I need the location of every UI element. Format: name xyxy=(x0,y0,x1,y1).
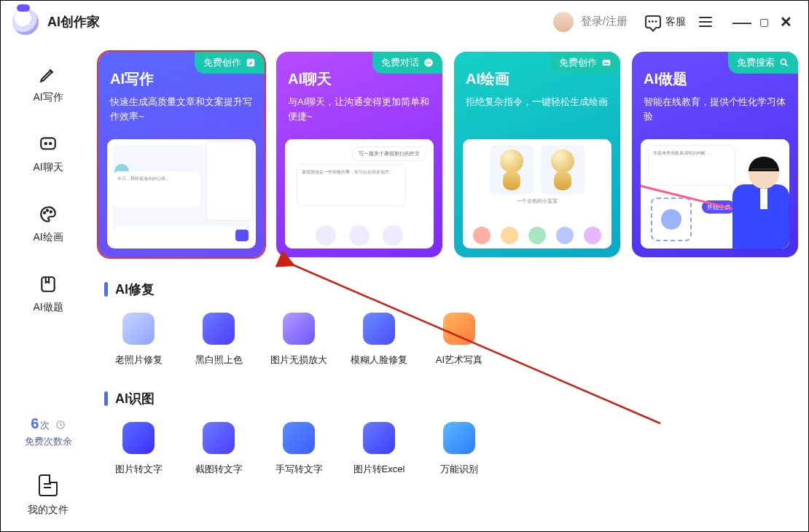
chat-icon xyxy=(423,58,434,68)
svg-point-5 xyxy=(50,211,52,213)
remaining-count: 6次 xyxy=(31,415,66,432)
repair-tools-row: 老照片修复 黑白照上色 图片无损放大 模糊人脸修复 AI艺术写真 xyxy=(113,313,800,367)
avatar-icon[interactable] xyxy=(553,12,574,32)
service-label: 客服 xyxy=(665,15,686,28)
bookmark-icon xyxy=(37,273,59,295)
svg-point-4 xyxy=(47,210,48,211)
card-desc: 快速生成高质量文章和文案提升写作效率~ xyxy=(110,95,253,124)
nav-label: AI写作 xyxy=(33,91,63,104)
sidebar-item-writing[interactable]: AI写作 xyxy=(33,63,63,104)
title-bar: AI创作家 登录/注册 ••• 客服 — ▢ ✕ xyxy=(1,1,808,43)
teacher-illustration xyxy=(722,158,789,249)
badge-label: 免费创作 xyxy=(203,56,241,69)
tool-label: 图片转Excel xyxy=(353,463,405,476)
login-link[interactable]: 登录/注册 xyxy=(581,15,628,28)
card-preview: 一个金色的小宝宝 xyxy=(463,139,611,249)
tool-screenshot-to-text[interactable]: 截图转文字 xyxy=(193,422,244,476)
card-badge: 免费对话 xyxy=(372,52,442,74)
sidebar-item-homework[interactable]: AI做题 xyxy=(33,273,63,314)
nav-label: AI做题 xyxy=(33,301,63,314)
tool-icon xyxy=(203,422,235,454)
customer-service-button[interactable]: ••• 客服 xyxy=(645,15,686,28)
tool-universal-ocr[interactable]: 万能识别 xyxy=(434,422,485,476)
section-header-repair: AI修复 xyxy=(104,281,800,298)
main-content: 免费创作 AI写作 快速生成高质量文章和文案提升写作效率~ 今日，我怀着激动的心… xyxy=(95,43,808,532)
tool-handwriting-to-text[interactable]: 手写转文字 xyxy=(273,422,324,476)
card-ai-draw[interactable]: 免费创作 AI绘画 拒绝复杂指令，一键轻松生成绘画 一个金色的小宝宝 xyxy=(454,52,620,257)
card-ai-chat[interactable]: 免费对话 AI聊天 与AI聊天，让沟通变得更加简单和便捷~ 写一篇关于暑假旅行的… xyxy=(276,52,442,257)
count-unit: 次 xyxy=(40,420,50,431)
sidebar-item-chat[interactable]: AI聊天 xyxy=(33,133,63,174)
svg-point-1 xyxy=(45,143,47,144)
svg-rect-0 xyxy=(41,138,55,149)
badge-label: 免费搜索 xyxy=(737,56,775,69)
svg-point-11 xyxy=(428,62,429,63)
search-icon xyxy=(779,58,789,68)
pen-icon xyxy=(37,63,59,85)
card-preview: 今日，我怀着激动的心情... xyxy=(107,139,256,249)
svg-point-14 xyxy=(781,59,786,64)
card-badge: 免费创作 xyxy=(195,52,265,74)
tool-colorize[interactable]: 黑白照上色 xyxy=(193,313,244,367)
tool-label: 黑白照上色 xyxy=(195,353,243,367)
file-icon xyxy=(39,474,58,496)
card-preview: 写一篇关于暑假旅行的作文 暑假旅游是一件很棒的事，你可以去很多地方... xyxy=(285,139,434,249)
tool-icon xyxy=(283,313,315,345)
section-header-ocr: AI识图 xyxy=(104,390,800,407)
feature-cards-row: 免费创作 AI写作 快速生成高质量文章和文案提升写作效率~ 今日，我怀着激动的心… xyxy=(98,52,800,257)
window-maximize-button[interactable]: ▢ xyxy=(753,16,775,28)
tool-icon xyxy=(363,313,395,345)
tool-label: 老照片修复 xyxy=(115,353,163,367)
chat-bubble-icon: ••• xyxy=(645,15,661,28)
svg-point-10 xyxy=(426,62,428,63)
nav-label: AI绘画 xyxy=(33,231,63,244)
message-icon xyxy=(37,133,59,155)
svg-point-2 xyxy=(50,143,51,144)
svg-point-3 xyxy=(44,212,45,214)
card-badge: 免费搜索 xyxy=(728,52,798,74)
svg-point-12 xyxy=(429,62,431,63)
window-close-button[interactable]: ✕ xyxy=(775,13,797,31)
tool-label: 手写转文字 xyxy=(275,463,323,476)
hamburger-menu-icon[interactable] xyxy=(699,17,712,27)
edit-icon xyxy=(246,58,256,68)
card-ai-homework[interactable]: 免费搜索 AI做题 智能在线教育，提供个性化学习体验 本题考查函数单调性的判断.… xyxy=(632,52,798,257)
badge-label: 免费创作 xyxy=(559,56,597,69)
sidebar-item-files[interactable]: 我的文件 xyxy=(28,474,69,517)
tool-image-to-text[interactable]: 图片转文字 xyxy=(113,422,164,476)
tool-image-to-excel[interactable]: 图片转Excel xyxy=(353,422,404,476)
app-title: AI创作家 xyxy=(47,13,100,31)
palette-icon xyxy=(37,203,59,225)
image-icon xyxy=(601,58,611,68)
tool-label: 图片无损放大 xyxy=(270,353,327,367)
tool-icon xyxy=(203,313,235,345)
ocr-tools-row: 图片转文字 截图转文字 手写转文字 图片转Excel 万能识别 xyxy=(113,422,800,476)
tool-icon xyxy=(443,313,475,345)
tool-art-portrait[interactable]: AI艺术写真 xyxy=(434,313,485,367)
tool-label: 图片转文字 xyxy=(115,463,163,476)
card-desc: 拒绝复杂指令，一键轻松生成绘画 xyxy=(466,95,609,109)
tool-upscale[interactable]: 图片无损放大 xyxy=(273,313,324,367)
card-desc: 与AI聊天，让沟通变得更加简单和便捷~ xyxy=(288,95,431,124)
remaining-label: 免费次数余 xyxy=(25,435,72,448)
tool-icon xyxy=(283,422,315,454)
sidebar: AI写作 AI聊天 AI绘画 AI做题 6次 免费次数余 xyxy=(1,43,95,532)
card-badge: 免费创作 xyxy=(550,52,620,74)
tool-icon xyxy=(363,422,395,454)
tool-icon xyxy=(443,422,475,454)
tool-icon xyxy=(122,422,155,454)
card-desc: 智能在线教育，提供个性化学习体验 xyxy=(644,95,786,124)
tool-old-photo-repair[interactable]: 老照片修复 xyxy=(113,313,164,367)
window-minimize-button[interactable]: — xyxy=(731,18,753,26)
tool-label: 模糊人脸修复 xyxy=(351,353,407,367)
badge-label: 免费对话 xyxy=(381,56,419,69)
card-ai-writing[interactable]: 免费创作 AI写作 快速生成高质量文章和文案提升写作效率~ 今日，我怀着激动的心… xyxy=(98,52,265,257)
nav-label: AI聊天 xyxy=(33,161,63,174)
sidebar-item-draw[interactable]: AI绘画 xyxy=(33,203,63,244)
tool-deblur-face[interactable]: 模糊人脸修复 xyxy=(353,313,404,367)
section-title: AI识图 xyxy=(115,390,155,407)
files-label: 我的文件 xyxy=(28,504,69,517)
card-preview: 本题考查函数单调性的判断... 开始生成 xyxy=(641,139,789,249)
tool-icon xyxy=(122,313,155,345)
tool-label: 万能识别 xyxy=(440,463,478,476)
